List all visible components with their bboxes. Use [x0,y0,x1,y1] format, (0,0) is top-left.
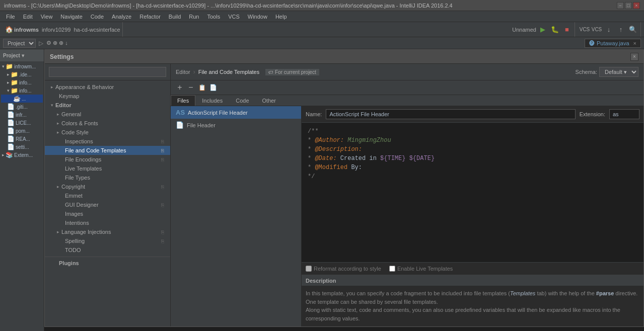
tree-item-gitignore[interactable]: 📄 .giti... [1,103,43,111]
tree-item-readme[interactable]: 📄 REA... [1,135,43,143]
copy-icon-spelling: ⎘ [161,238,164,244]
menu-tools[interactable]: Tools [203,13,224,21]
tree-item-pom[interactable]: 📄 pom... [1,127,43,135]
active-tab[interactable]: 🅟 Putaway.java × [585,39,641,48]
nav-label-emmet: Emmet [65,193,83,199]
update-button[interactable]: ↓ [603,24,614,35]
tree-item-root[interactable]: ▾ 📁 infrowm... [1,62,43,70]
copy-icon-gui: ⎘ [161,202,164,208]
menu-code[interactable]: Code [87,13,108,21]
tree-item-info1[interactable]: ▸ 📁 info... [1,78,43,87]
code-line-6: */ [308,172,637,181]
view-selector[interactable]: Project [3,39,36,48]
menu-edit[interactable]: Edit [19,13,37,21]
nav-label-file-code-templates: File and Code Templates [65,147,126,153]
code-line-1: /** [308,127,637,136]
expand-arrow-ide: ▸ [7,72,10,77]
tab-close-icon[interactable]: × [633,40,636,46]
reset-template-button[interactable]: 📄 [208,82,218,93]
menu-navigate[interactable]: Navigate [56,13,86,21]
expand-arrow-info2: ▾ [7,88,10,93]
tab-files[interactable]: Files [171,95,195,106]
name-input[interactable] [326,109,575,119]
content-toolbar: + − 📋 📄 [171,80,643,95]
search-everywhere-button[interactable]: 🔍 [627,24,638,35]
debug-button[interactable]: 🐛 [549,24,560,35]
tree-item-ide[interactable]: ▸ 📁 .ide... [1,70,43,78]
live-templates-checkbox[interactable] [389,266,395,272]
nav-item-copyright[interactable]: ▸ Copyright ⎘ [45,182,170,191]
nav-item-spelling[interactable]: Spelling ⎘ [45,236,170,245]
nav-item-colors-fonts[interactable]: ▸ Colors & Fonts [45,119,170,128]
live-templates-checkbox-label[interactable]: Enable Live Templates [389,266,453,272]
nav-item-code-style[interactable]: ▸ Code Style [45,128,170,137]
menu-window[interactable]: Window [244,13,271,21]
menu-vcs[interactable]: VCS [224,13,244,21]
nav-item-live-templates[interactable]: Live Templates [45,164,170,173]
settings-search-input[interactable] [49,67,166,77]
nav-item-keymap[interactable]: Keymap [45,92,170,101]
nav-item-appearance[interactable]: ▸ Appearance & Behavior [45,82,170,92]
breadcrumb-badge: 🏷 For current project [265,69,319,75]
folder-icon-info2: 📁 [11,87,18,94]
description-text: In this template, you can specify a code… [302,286,643,326]
tab-code[interactable]: Code [229,95,255,106]
maximize-button[interactable]: □ [625,2,632,9]
tab-includes[interactable]: Includes [195,95,229,106]
run-button[interactable]: ▶ [537,24,548,35]
nav-item-emmet[interactable]: Emmet [45,191,170,200]
nav-item-file-encodings[interactable]: File Encodings ⎘ [45,155,170,164]
actionscript-icon: AS [176,109,185,116]
template-item-file-header[interactable]: 📄 File Header [171,119,301,131]
gitignore-label: .giti... [16,104,28,110]
copy-template-button[interactable]: 📋 [197,82,207,93]
stop-button[interactable]: ■ [561,24,573,35]
vcs-button1[interactable]: VCS [579,24,590,35]
nav-item-general[interactable]: ▸ General [45,110,170,119]
schema-select[interactable]: Default ▾ [599,67,638,77]
nav-item-file-types[interactable]: File Types [45,173,170,182]
menu-refactor[interactable]: Refactor [135,13,165,21]
nav-item-lang-injections[interactable]: ▸ Language Injections ⎘ [45,227,170,236]
add-template-button[interactable]: + [175,82,185,93]
tree-item-infrv[interactable]: 📄 infr... [1,111,43,119]
minimize-button[interactable]: − [617,2,624,9]
commit-button[interactable]: ↑ [615,24,626,35]
settings-body: ▸ Appearance & Behavior Keymap ▾ Editor … [45,64,643,326]
reformat-checkbox-label[interactable]: Reformat according to style [306,266,381,272]
reformat-checkbox[interactable] [306,266,312,272]
vcs-button2[interactable]: VCS [591,24,602,35]
menu-view[interactable]: View [37,13,57,21]
extension-input[interactable] [609,109,639,119]
template-item-actionscript[interactable]: AS ActionScript File Header [171,106,301,119]
nav-item-intentions[interactable]: Intentions [45,218,170,227]
active-tab-label: Putaway.java [597,40,629,46]
menu-run[interactable]: Run [185,13,203,21]
menu-help[interactable]: Help [271,13,291,21]
putaway-file-icon: 🅟 [589,40,595,46]
info2-label: info... [19,88,31,94]
tab-other[interactable]: Other [256,95,283,106]
tree-item-license[interactable]: 📄 LICE... [1,119,43,127]
menu-analyze[interactable]: Analyze [108,13,135,21]
nav-item-file-code-templates[interactable]: File and Code Templates ⎘ [45,146,170,155]
menu-build[interactable]: Build [165,13,185,21]
nav-label-copyright: Copyright [61,184,85,190]
nav-item-inspections[interactable]: Inspections ⎘ [45,137,170,146]
nav-item-todo[interactable]: TODO [45,245,170,255]
nav-item-images[interactable]: Images [45,209,170,218]
infr-label: infr... [16,112,27,118]
code-editor[interactable]: /** * @Author: MingmingZhou * @Descripti… [302,123,643,262]
nav-item-editor[interactable]: ▾ Editor [45,101,170,110]
nav-item-gui-designer[interactable]: GUI Designer ⎘ [45,200,170,209]
tree-item-external[interactable]: ▸ 📚 Extern... [1,151,43,159]
close-window-button[interactable]: × [633,2,640,9]
nav-item-plugins[interactable]: Plugins [45,257,170,268]
nav-label-code-style: Code Style [61,129,89,135]
tree-item-settings[interactable]: 📄 setti... [1,143,43,151]
menu-file[interactable]: File [2,13,19,21]
settings-close-button[interactable]: × [630,53,638,61]
tree-item-selected[interactable]: ☕ ... [1,95,43,103]
remove-template-button[interactable]: − [186,82,196,93]
tree-item-info2[interactable]: ▾ 📁 info... [1,87,43,95]
